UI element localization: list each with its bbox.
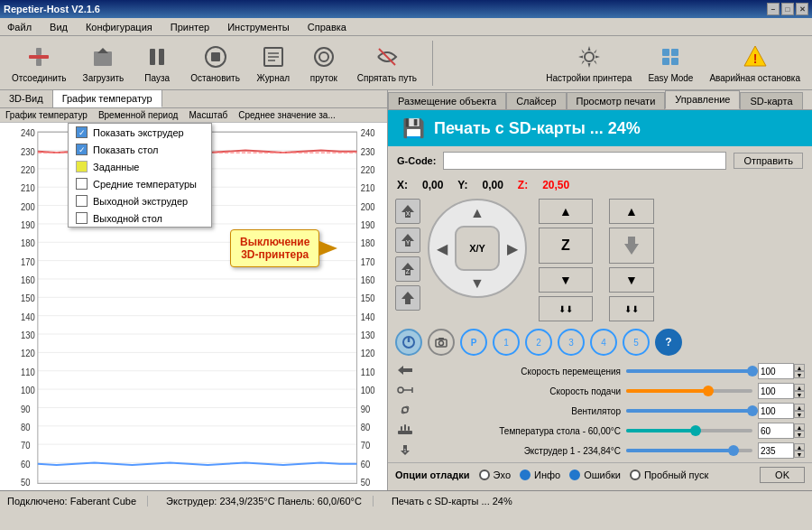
tab-sd-card[interactable]: SD-карта bbox=[740, 92, 802, 109]
park-button[interactable]: P bbox=[460, 329, 487, 356]
checkbox-out-extruder bbox=[76, 195, 88, 207]
tab-slicer[interactable]: Слайсер bbox=[506, 92, 566, 109]
speed-move-thumb[interactable] bbox=[747, 366, 758, 377]
dropdown-avg-temps[interactable]: Средние температуры bbox=[69, 175, 211, 192]
svg-text:210: 210 bbox=[21, 182, 35, 193]
tab-temperature-graph[interactable]: График температур bbox=[53, 90, 162, 107]
speed-move-down[interactable]: ▼ bbox=[794, 371, 805, 378]
tab-3d-view[interactable]: 3D-Вид bbox=[0, 90, 53, 107]
svg-rect-3 bbox=[94, 51, 112, 66]
dropdown-out-extruder[interactable]: Выходной экструдер bbox=[69, 192, 211, 209]
maximize-button[interactable]: □ bbox=[781, 3, 794, 15]
log-button[interactable]: Журнал bbox=[252, 40, 295, 86]
xy-left-button[interactable]: ◀ bbox=[433, 239, 451, 257]
radio-errors-dot[interactable] bbox=[569, 470, 580, 480]
feed-rate-up[interactable]: ▲ bbox=[794, 384, 805, 391]
extruder-temp-fill bbox=[626, 449, 734, 452]
right-tabs: Размещение объекта Слайсер Просмотр печа… bbox=[388, 90, 812, 110]
z-down-button[interactable]: ▼ bbox=[539, 267, 593, 293]
home-z-button[interactable]: Z bbox=[395, 256, 420, 282]
hide-path-button[interactable]: Спрятать путь bbox=[353, 40, 421, 86]
home-x-button[interactable]: X bbox=[395, 199, 420, 224]
xy-right-button[interactable]: ▶ bbox=[503, 239, 521, 257]
menu-view[interactable]: Вид bbox=[46, 20, 71, 34]
help-button[interactable]: ? bbox=[655, 329, 682, 356]
menu-tools[interactable]: Инструменты bbox=[224, 20, 293, 34]
fan-down[interactable]: ▼ bbox=[794, 411, 805, 418]
preset2-button[interactable]: 2 bbox=[525, 329, 552, 356]
tab-print-preview[interactable]: Просмотр печати bbox=[567, 92, 666, 109]
stop-button[interactable]: Остановить bbox=[186, 40, 245, 86]
menu-help[interactable]: Справка bbox=[304, 20, 350, 34]
preset3-button[interactable]: 3 bbox=[558, 329, 585, 356]
z-up-button[interactable]: ▲ bbox=[539, 199, 593, 224]
feed-rate-value[interactable]: 100 bbox=[758, 383, 794, 399]
xy-down-button[interactable]: ▼ bbox=[468, 274, 486, 293]
preset1-button[interactable]: 1 bbox=[493, 329, 520, 356]
power-button[interactable] bbox=[395, 329, 422, 356]
graph-menu-temps[interactable]: График температур bbox=[5, 110, 88, 120]
callout-line2: 3D-принтера bbox=[241, 248, 309, 261]
graph-menu-avg[interactable]: Среднее значение за... bbox=[238, 110, 336, 120]
bed-temp-down[interactable]: ▼ bbox=[794, 431, 805, 438]
graph-menu-period[interactable]: Временной период bbox=[98, 110, 179, 120]
extruder-temp-thumb[interactable] bbox=[728, 445, 739, 456]
extruder-temp-up[interactable]: ▲ bbox=[794, 443, 805, 451]
emergency-stop-button[interactable]: ! Аварийная остановка bbox=[705, 40, 805, 86]
dropdown-setpoints[interactable]: Заданные bbox=[69, 158, 211, 175]
dropdown-out-bed[interactable]: Выходной стол bbox=[69, 209, 211, 227]
tab-control[interactable]: Управление bbox=[665, 90, 740, 109]
extruder-temp-spinners: ▲ ▼ bbox=[794, 443, 805, 458]
bed-temp-value[interactable]: 60 bbox=[758, 423, 794, 439]
pause-button[interactable]: Пауза bbox=[135, 40, 179, 86]
z-down2-button[interactable]: ⬇⬇ bbox=[539, 296, 593, 321]
xy-up-button[interactable]: ▲ bbox=[468, 204, 486, 222]
menu-file[interactable]: Файл bbox=[4, 20, 35, 34]
speed-move-up[interactable]: ▲ bbox=[794, 364, 805, 371]
pause-label: Пауза bbox=[144, 73, 170, 83]
fan-thumb[interactable] bbox=[747, 405, 758, 416]
bed-temp-spinners: ▲ ▼ bbox=[794, 423, 805, 438]
fan-value[interactable]: 100 bbox=[758, 403, 794, 419]
disconnect-button[interactable]: Отсоединить bbox=[7, 40, 71, 86]
load-button[interactable]: Загрузить bbox=[78, 40, 129, 86]
minimize-button[interactable]: − bbox=[767, 3, 780, 15]
dropdown-show-extruder[interactable]: ✓ Показать экструдер bbox=[69, 124, 211, 141]
filament-button[interactable]: пруток bbox=[302, 40, 346, 86]
radio-test-run-dot[interactable] bbox=[630, 470, 641, 480]
extruder-down2-button[interactable]: ⬇⬇ bbox=[609, 296, 654, 321]
title-bar-text: Repetier-Host V2.1.6 bbox=[4, 4, 100, 14]
feed-rate-thumb[interactable] bbox=[703, 386, 714, 396]
dropdown-show-bed[interactable]: ✓ Показать стол bbox=[69, 141, 211, 158]
menu-printer[interactable]: Принтер bbox=[167, 20, 213, 34]
bed-temp-thumb[interactable] bbox=[690, 425, 701, 436]
feed-rate-down[interactable]: ▼ bbox=[794, 391, 805, 398]
camera-button[interactable] bbox=[428, 329, 455, 356]
home-y-button[interactable]: Y bbox=[395, 228, 420, 253]
graph-menu-scale[interactable]: Масштаб bbox=[189, 110, 227, 120]
close-button[interactable]: ✕ bbox=[796, 3, 808, 15]
radio-info-dot[interactable] bbox=[520, 470, 531, 480]
speed-move-value[interactable]: 100 bbox=[758, 363, 794, 379]
svg-point-13 bbox=[315, 48, 333, 66]
easy-mode-button[interactable]: Easy Mode bbox=[643, 40, 697, 86]
gcode-input[interactable] bbox=[443, 152, 726, 170]
home-all-button[interactable] bbox=[395, 285, 420, 311]
extruder-temp-value[interactable]: 235 bbox=[758, 442, 794, 459]
speed-move-spinbox: 100 ▲ ▼ bbox=[758, 363, 805, 379]
tab-place-object[interactable]: Размещение объекта bbox=[388, 92, 506, 109]
extruder-down-button[interactable]: ▼ bbox=[609, 267, 654, 293]
send-gcode-button[interactable]: Отправить bbox=[734, 153, 803, 169]
extruder-temp-down[interactable]: ▼ bbox=[794, 451, 805, 458]
bed-temp-up[interactable]: ▲ bbox=[794, 423, 805, 431]
radio-echo-dot[interactable] bbox=[479, 470, 490, 480]
extruder-up-button[interactable]: ▲ bbox=[609, 199, 654, 224]
menu-config[interactable]: Конфигурация bbox=[82, 20, 156, 34]
preset4-button[interactable]: 4 bbox=[590, 329, 617, 356]
printer-settings-label: Настройки принтера bbox=[546, 73, 632, 83]
printer-settings-button[interactable]: Настройки принтера bbox=[541, 40, 636, 86]
ok-button[interactable]: OK bbox=[760, 467, 805, 483]
fan-up[interactable]: ▲ bbox=[794, 404, 805, 411]
checkbox-bed: ✓ bbox=[76, 144, 88, 155]
preset5-button[interactable]: 5 bbox=[623, 329, 650, 356]
